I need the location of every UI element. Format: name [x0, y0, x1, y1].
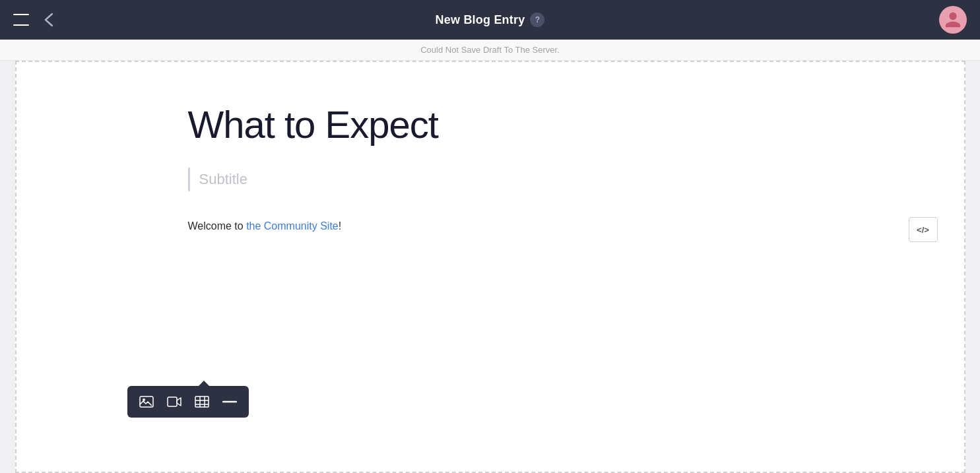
editor-inner: What to Expect Subtitle Welcome to the C… [16, 62, 964, 261]
subtitle-input[interactable]: Subtitle [199, 171, 247, 188]
sidebar-toggle-button[interactable] [13, 14, 29, 26]
subtitle-bar [188, 168, 190, 191]
toolbar-image-button[interactable] [135, 391, 158, 412]
page-title: New Blog Entry [436, 13, 525, 27]
toolbar-hr-button[interactable] [218, 391, 241, 412]
subtitle-row: Subtitle [188, 168, 793, 191]
draft-status-text: Could Not Save Draft To The Server. [420, 45, 560, 55]
blog-title[interactable]: What to Expect [188, 102, 793, 148]
main-content: What to Expect Subtitle Welcome to the C… [0, 61, 980, 473]
back-button[interactable] [40, 11, 58, 29]
status-bar: Could Not Save Draft To The Server. [0, 40, 980, 61]
svg-rect-2 [168, 397, 177, 406]
help-icon-button[interactable]: ? [530, 13, 544, 27]
toolbar-table-button[interactable] [191, 391, 213, 412]
code-button[interactable]: </> [909, 217, 938, 242]
body-text-before: Welcome to [188, 220, 247, 232]
body-text[interactable]: Welcome to the Community Site! [188, 218, 793, 235]
avatar-button[interactable] [939, 6, 967, 34]
floating-toolbar [127, 386, 249, 418]
svg-rect-3 [195, 396, 209, 407]
toolbar-video-button[interactable] [163, 391, 185, 412]
top-bar-left [13, 11, 58, 29]
top-bar: New Blog Entry ? [0, 0, 980, 40]
top-bar-center: New Blog Entry ? [436, 13, 545, 27]
editor-container: What to Expect Subtitle Welcome to the C… [15, 61, 965, 473]
body-text-after: ! [339, 220, 341, 232]
body-text-link: the Community Site [246, 220, 339, 232]
body-content: Welcome to the Community Site! [188, 218, 793, 235]
top-bar-right [939, 6, 967, 34]
